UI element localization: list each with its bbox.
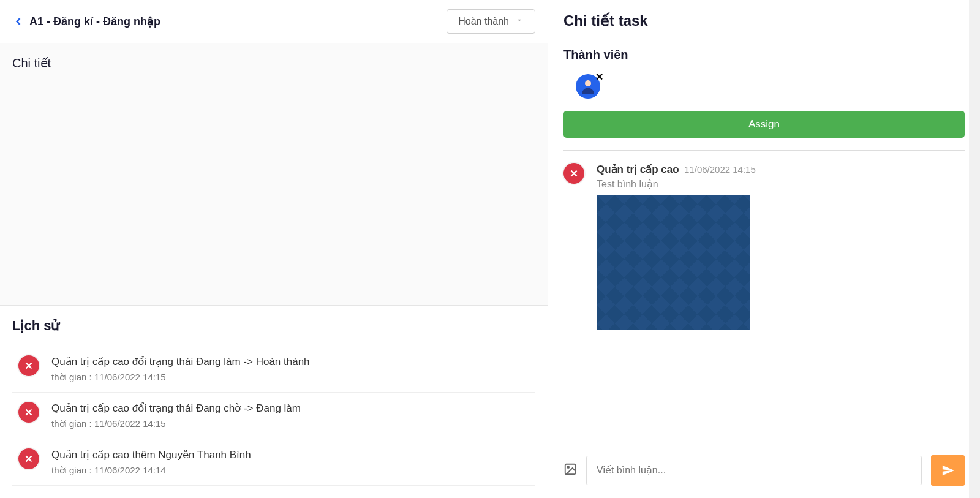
time-value: 11/06/2022 14:14 [94, 465, 166, 475]
detail-heading: Chi tiết [12, 56, 535, 70]
task-title: A1 - Đăng kí - Đăng nhập [29, 15, 160, 28]
send-button[interactable] [931, 455, 965, 486]
outer-scrollbar[interactable] [969, 0, 980, 498]
history-section: Lịch sử Quản trị cấp cao đổi trạng thái … [0, 306, 548, 498]
member-avatar-wrap: ✕ [576, 74, 600, 99]
remove-member-icon[interactable]: ✕ [595, 71, 603, 83]
time-value: 11/06/2022 14:15 [94, 372, 166, 382]
back-arrow-icon[interactable] [12, 15, 24, 28]
comment-image[interactable] [597, 195, 750, 330]
history-desc: Quản trị cấp cao đổi trạng thái Đang chờ… [51, 402, 529, 415]
comment-header: Quản trị cấp cao 11/06/2022 14:15 [597, 163, 965, 176]
history-desc: Quản trị cấp cao thêm Nguyễn Thanh Bình [51, 448, 529, 461]
status-select[interactable]: Hoàn thành [447, 9, 535, 34]
comment-text: Test bình luận [597, 178, 965, 190]
close-icon[interactable] [564, 163, 584, 184]
history-time: thời gian : 11/06/2022 14:14 [51, 465, 529, 476]
divider [564, 150, 965, 151]
history-item: Quản trị cấp cao đổi trạng thái Đang làm… [12, 346, 535, 393]
right-panel-title: Chi tiết task [564, 12, 965, 29]
comment-input[interactable] [586, 456, 922, 485]
close-icon [18, 402, 39, 423]
comment-author: Quản trị cấp cao [597, 164, 679, 175]
close-icon [18, 355, 39, 376]
image-icon[interactable] [564, 462, 577, 478]
status-selected-label: Hoàn thành [458, 16, 509, 27]
history-text: Quản trị cấp cao đổi trạng thái Đang làm… [51, 355, 529, 383]
comment-date: 11/06/2022 14:15 [684, 164, 756, 175]
chevron-down-icon [515, 16, 524, 27]
history-desc: Quản trị cấp cao đổi trạng thái Đang làm… [51, 355, 529, 368]
time-label: thời gian : [51, 418, 92, 429]
history-item: Quản trị cấp cao đổi trạng thái Đang chờ… [12, 393, 535, 439]
task-header: A1 - Đăng kí - Đăng nhập Hoàn thành [0, 0, 548, 43]
header-left: A1 - Đăng kí - Đăng nhập [12, 15, 160, 28]
time-label: thời gian : [51, 465, 92, 475]
history-heading: Lịch sử [12, 318, 535, 334]
svg-point-2 [567, 466, 569, 468]
members-heading: Thành viên [564, 48, 965, 62]
history-item: Quản trị cấp cao thêm Nguyễn Thanh Bình … [12, 439, 535, 486]
time-value: 11/06/2022 14:15 [94, 418, 166, 429]
comment-input-bar [548, 449, 980, 492]
history-time: thời gian : 11/06/2022 14:15 [51, 418, 529, 429]
left-panel: A1 - Đăng kí - Đăng nhập Hoàn thành Chi … [0, 0, 548, 498]
time-label: thời gian : [51, 372, 92, 382]
comment-item: Quản trị cấp cao 11/06/2022 14:15 Test b… [564, 163, 965, 330]
detail-section: Chi tiết [0, 43, 548, 306]
svg-point-0 [585, 80, 591, 86]
comment-body: Quản trị cấp cao 11/06/2022 14:15 Test b… [597, 163, 965, 330]
close-icon [18, 448, 39, 469]
history-text: Quản trị cấp cao thêm Nguyễn Thanh Bình … [51, 448, 529, 476]
right-panel: Chi tiết task Thành viên ✕ Assign Quản t… [548, 0, 980, 498]
assign-button[interactable]: Assign [564, 111, 965, 138]
history-time: thời gian : 11/06/2022 14:15 [51, 372, 529, 383]
history-text: Quản trị cấp cao đổi trạng thái Đang chờ… [51, 402, 529, 429]
history-list: Quản trị cấp cao đổi trạng thái Đang làm… [12, 346, 535, 486]
